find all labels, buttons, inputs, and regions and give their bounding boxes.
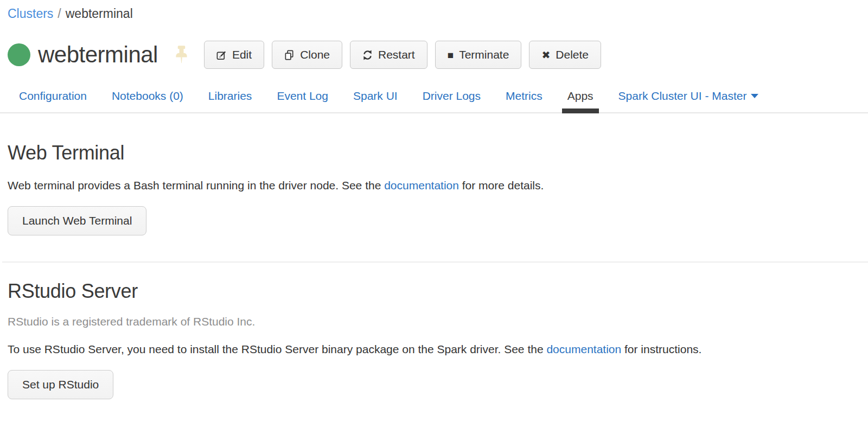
cluster-header: webterminal Edit xyxy=(8,40,868,70)
web-terminal-section: Web Terminal Web terminal provides a Bas… xyxy=(8,142,860,235)
launch-web-terminal-button[interactable]: Launch Web Terminal xyxy=(8,206,146,235)
tab-spark-ui[interactable]: Spark UI xyxy=(345,84,406,112)
tab-configuration[interactable]: Configuration xyxy=(11,84,95,112)
caret-down-icon xyxy=(751,94,758,98)
tab-driver-logs[interactable]: Driver Logs xyxy=(414,84,489,112)
terminate-square-icon: ■ xyxy=(448,50,454,60)
cluster-status-icon xyxy=(8,43,30,66)
restart-icon xyxy=(362,50,373,60)
breadcrumb: Clusters/webterminal xyxy=(0,0,868,21)
web-terminal-documentation-link[interactable]: documentation xyxy=(384,179,459,192)
rstudio-heading: RStudio Server xyxy=(8,280,860,303)
delete-x-icon: ✖ xyxy=(541,50,550,60)
set-up-rstudio-button[interactable]: Set up RStudio xyxy=(8,370,113,399)
tab-libraries[interactable]: Libraries xyxy=(200,84,260,112)
rstudio-documentation-link[interactable]: documentation xyxy=(546,343,621,355)
cluster-title: webterminal xyxy=(38,42,158,68)
restart-button-label: Restart xyxy=(378,48,415,61)
clone-button[interactable]: Clone xyxy=(272,41,342,69)
tab-spark-cluster-ui-master[interactable]: Spark Cluster UI - Master xyxy=(610,84,767,112)
tabs: Configuration Notebooks (0) Libraries Ev… xyxy=(11,84,868,112)
edit-button-label: Edit xyxy=(232,48,252,61)
clone-icon xyxy=(284,50,295,60)
edit-button[interactable]: Edit xyxy=(204,41,264,69)
tab-apps[interactable]: Apps xyxy=(559,84,602,112)
rstudio-description-text: To use RStudio Server, you need to insta… xyxy=(8,343,546,355)
web-terminal-description-tail: for more details. xyxy=(459,179,544,192)
edit-icon xyxy=(216,50,227,60)
tab-spark-cluster-ui-master-label: Spark Cluster UI - Master xyxy=(618,90,747,102)
rstudio-description-tail: for instructions. xyxy=(621,343,701,355)
tab-event-log[interactable]: Event Log xyxy=(269,84,336,112)
breadcrumb-separator: / xyxy=(58,7,61,21)
section-divider xyxy=(2,261,868,263)
tab-metrics[interactable]: Metrics xyxy=(497,84,551,112)
pin-icon xyxy=(174,58,189,66)
delete-button-label: Delete xyxy=(556,48,589,61)
web-terminal-heading: Web Terminal xyxy=(8,142,860,164)
tabs-bar: Configuration Notebooks (0) Libraries Ev… xyxy=(0,84,868,113)
terminate-button-label: Terminate xyxy=(459,48,509,61)
pin-cluster-button[interactable] xyxy=(174,46,189,64)
terminate-button[interactable]: ■ Terminate xyxy=(435,41,522,69)
rstudio-section: RStudio Server RStudio is a registered t… xyxy=(8,280,860,399)
clone-button-label: Clone xyxy=(300,48,330,61)
restart-button[interactable]: Restart xyxy=(350,41,427,69)
rstudio-description: To use RStudio Server, you need to insta… xyxy=(8,343,860,356)
web-terminal-description: Web terminal provides a Bash terminal ru… xyxy=(8,179,860,192)
breadcrumb-clusters-link[interactable]: Clusters xyxy=(8,7,53,21)
web-terminal-description-text: Web terminal provides a Bash terminal ru… xyxy=(8,179,384,192)
delete-button[interactable]: ✖ Delete xyxy=(529,41,601,69)
rstudio-trademark-note: RStudio is a registered trademark of RSt… xyxy=(8,315,860,328)
tab-notebooks[interactable]: Notebooks (0) xyxy=(104,84,192,112)
breadcrumb-current: webterminal xyxy=(66,7,133,21)
